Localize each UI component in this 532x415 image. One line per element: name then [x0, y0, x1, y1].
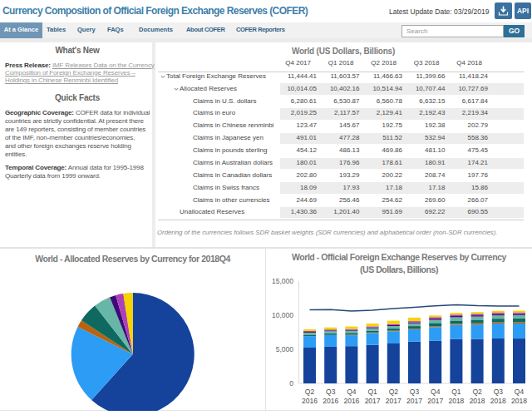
svg-text:Q1: Q1: [367, 388, 377, 396]
svg-text:2017: 2017: [406, 397, 422, 405]
svg-text:Q2: Q2: [389, 388, 399, 396]
svg-text:Q2: Q2: [472, 388, 482, 396]
svg-text:5,000: 5,000: [276, 345, 294, 353]
svg-text:Q1: Q1: [451, 388, 461, 396]
svg-text:2016: 2016: [323, 397, 338, 405]
svg-text:2016: 2016: [343, 397, 359, 405]
svg-text:2017: 2017: [386, 397, 401, 405]
svg-text:Q4: Q4: [347, 388, 357, 396]
svg-text:2018: 2018: [448, 397, 464, 405]
svg-text:Q4: Q4: [515, 388, 525, 396]
svg-text:Q3: Q3: [326, 388, 336, 396]
svg-text:15,000: 15,000: [272, 277, 293, 285]
svg-text:2016: 2016: [302, 397, 318, 405]
svg-text:2017: 2017: [427, 397, 443, 405]
svg-text:Q2: Q2: [305, 388, 315, 396]
svg-text:2018: 2018: [511, 397, 527, 405]
svg-text:10,000: 10,000: [272, 311, 293, 319]
svg-text:0: 0: [289, 379, 293, 388]
svg-text:2018: 2018: [490, 397, 506, 405]
svg-text:2017: 2017: [365, 397, 381, 405]
svg-text:Q3: Q3: [410, 388, 420, 396]
svg-text:Q3: Q3: [494, 388, 504, 396]
svg-text:2018: 2018: [470, 397, 485, 405]
svg-text:Q4: Q4: [431, 388, 441, 396]
